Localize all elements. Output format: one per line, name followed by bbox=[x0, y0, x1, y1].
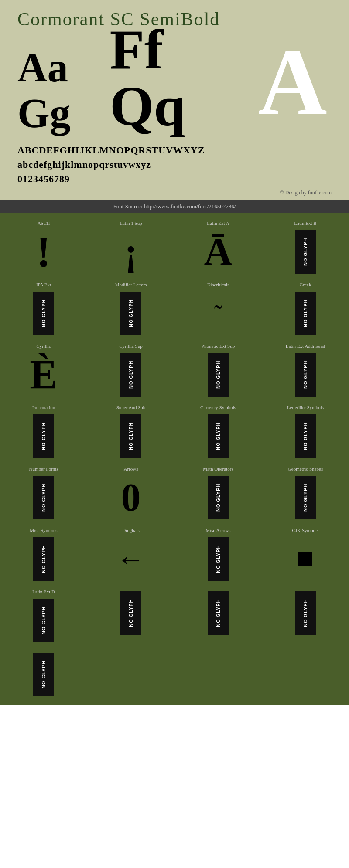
credit: © Design by fontke.com bbox=[17, 190, 332, 196]
cell-latin-ext-b: Latin Ext B NO GLYPH bbox=[262, 217, 349, 278]
cell-misc-arrows: Misc Arrows NO GLYPH bbox=[174, 524, 262, 586]
cell-latin-ext-additional: Latin Ext Additional NO GLYPH bbox=[262, 340, 349, 401]
cell-super-and-sub: Super And Sub NO GLYPH bbox=[87, 401, 174, 463]
cell-cjk-symbols: CJK Symbols bbox=[262, 524, 349, 586]
cell-greek: Greek NO GLYPH bbox=[262, 278, 349, 340]
top-section: Cormorant SC SemiBold Aa Gg Ff Qq A ABCD… bbox=[0, 0, 349, 200]
alphabet-lower: abcdefghijklmnopqrstuvwxyz bbox=[17, 157, 332, 172]
cell-phonetic-ext-sup: Phonetic Ext Sup NO GLYPH bbox=[174, 340, 262, 401]
cell-empty-3: NO GLYPH bbox=[262, 586, 349, 647]
cell-arrows: Arrows 0 bbox=[87, 463, 174, 524]
cell-last: NO GLYPH bbox=[0, 647, 87, 701]
cell-empty-4 bbox=[87, 647, 174, 701]
cell-dingbats: Dingbats ← bbox=[87, 524, 174, 586]
alphabet-section: ABCDEFGHIJKLMNOPQRSTUVWXYZ abcdefghijklm… bbox=[17, 143, 332, 186]
cell-math-operators: Math Operators NO GLYPH bbox=[174, 463, 262, 524]
cell-punctuation: Punctuation NO GLYPH bbox=[0, 401, 87, 463]
glyph-gg: Gg bbox=[17, 93, 70, 134]
cell-currency-symbols: Currency Symbols NO GLYPH bbox=[174, 401, 262, 463]
cell-latin-ext-d: Latin Ext D NO GLYPH bbox=[0, 586, 87, 647]
cell-geometric-shapes: Geometric Shapes NO GLYPH bbox=[262, 463, 349, 524]
glyph-aa: Aa bbox=[17, 47, 70, 88]
cell-modifier-letters: Modifier Letters NO GLYPH bbox=[87, 278, 174, 340]
glyph-ff: Ff bbox=[109, 21, 185, 78]
cell-misc-symbols: Misc Symbols NO GLYPH bbox=[0, 524, 87, 586]
cell-empty-2: NO GLYPH bbox=[174, 586, 262, 647]
cell-ipa-ext: IPA Ext NO GLYPH bbox=[0, 278, 87, 340]
cell-cyrillic-sup: Cyrillic Sup NO GLYPH bbox=[87, 340, 174, 401]
cell-diacriticals: Diacriticals ˜ bbox=[174, 278, 262, 340]
cell-empty-5 bbox=[174, 647, 262, 701]
cell-letterlike-symbols: Letterlike Symbols NO GLYPH bbox=[262, 401, 349, 463]
cell-ascii: ASCII ! bbox=[0, 217, 87, 278]
cell-number-forms: Number Forms NO GLYPH bbox=[0, 463, 87, 524]
cell-latin1sup: Latin 1 Sup ¡ bbox=[87, 217, 174, 278]
source-bar: Font Source: http://www.fontke.com/font/… bbox=[0, 200, 349, 213]
cell-latin-ext-a: Latin Ext A Ā bbox=[174, 217, 262, 278]
glyph-grid: ASCII ! Latin 1 Sup ¡ Latin Ext A Ā Lati… bbox=[0, 213, 349, 705]
cell-empty-1: NO GLYPH bbox=[87, 586, 174, 647]
alphabet-upper: ABCDEFGHIJKLMNOPQRSTUVWXYZ bbox=[17, 143, 332, 157]
glyph-qq: Qq bbox=[109, 78, 185, 134]
cell-cyrillic: Cyrillic È bbox=[0, 340, 87, 401]
digits: 0123456789 bbox=[17, 172, 332, 186]
cell-empty-6 bbox=[262, 647, 349, 701]
glyph-large-a: A bbox=[258, 34, 327, 143]
